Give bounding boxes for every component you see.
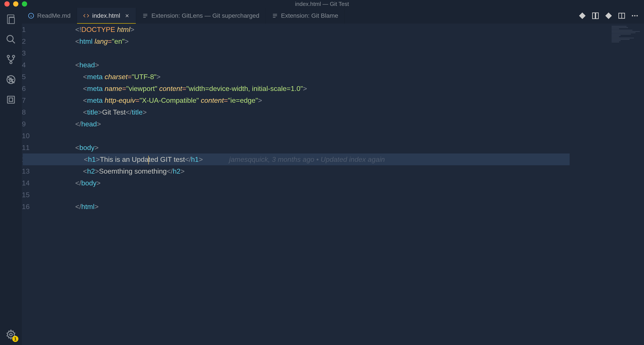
line-number: 6 — [22, 83, 66, 94]
code-line[interactable]: </html> — [75, 201, 609, 213]
line-number: 14 — [22, 177, 66, 189]
tab-label: Extension: GitLens — Git supercharged — [152, 12, 259, 19]
editor-actions — [578, 8, 644, 24]
source-control-icon[interactable] — [5, 53, 17, 66]
line-number: 3 — [22, 47, 66, 59]
svg-point-14 — [634, 15, 636, 16]
line-number: 8 — [22, 106, 66, 118]
code-line[interactable]: <!DOCTYPE html> — [75, 24, 609, 35]
git-blame-annotation: jamesqquick, 3 months ago • Updated inde… — [229, 155, 385, 163]
line-number: 11 — [22, 142, 66, 153]
tab-gitlens[interactable]: Extension: GitLens — Git supercharged — [136, 8, 266, 24]
svg-point-8 — [10, 333, 12, 336]
title-bar: index.html — Git Test — [0, 0, 644, 8]
window-minimize-button[interactable] — [13, 1, 18, 6]
code-line[interactable]: </body> — [75, 177, 609, 189]
activity-bar: 1 — [0, 8, 22, 345]
code-line[interactable]: <meta charset="UTF-8"> — [75, 71, 609, 83]
settings-badge: 1 — [12, 336, 18, 342]
list-icon — [142, 13, 148, 19]
code-line[interactable]: </head> — [75, 118, 609, 130]
tab-label: ReadMe.md — [37, 12, 71, 19]
split-icon[interactable] — [618, 12, 626, 20]
info-icon — [28, 13, 34, 19]
line-number: 2 — [22, 35, 66, 47]
tab-label: Extension: Git Blame — [281, 12, 338, 19]
close-icon[interactable] — [124, 13, 130, 18]
svg-point-13 — [632, 15, 633, 16]
code-icon — [83, 13, 89, 19]
line-number: 4 — [22, 59, 66, 71]
code-content[interactable]: <!DOCTYPE html><html lang="en"><head> <m… — [74, 24, 609, 345]
code-line[interactable] — [75, 189, 609, 201]
explorer-icon[interactable] — [5, 13, 17, 25]
svg-point-2 — [12, 55, 15, 57]
diamond-alt-icon[interactable] — [604, 12, 612, 20]
more-icon[interactable] — [631, 12, 639, 20]
svg-point-3 — [10, 61, 12, 64]
svg-point-0 — [7, 35, 13, 41]
editor-area: ReadMe.md index.html Extension: GitLens … — [22, 8, 644, 345]
code-line[interactable]: <body> — [75, 142, 609, 153]
svg-point-1 — [7, 55, 10, 57]
line-number: 16 — [22, 201, 66, 213]
svg-rect-11 — [596, 13, 598, 19]
tab-git-blame[interactable]: Extension: Git Blame — [266, 8, 344, 24]
svg-rect-10 — [592, 13, 595, 19]
code-line[interactable]: <h2>Soemthing something</h2> — [75, 165, 609, 177]
code-line[interactable]: <title>Git Test</title> — [75, 106, 609, 118]
extensions-icon[interactable] — [5, 94, 17, 106]
tab-readme[interactable]: ReadMe.md — [22, 8, 77, 24]
code-line[interactable] — [75, 130, 609, 142]
diamond-icon[interactable] — [578, 12, 586, 20]
window-controls — [0, 1, 27, 6]
code-line[interactable]: <h1>This is an Updated GIT test</h1>jame… — [23, 153, 570, 165]
svg-point-15 — [636, 15, 638, 16]
line-number: 13 — [22, 165, 66, 177]
minimap[interactable] — [609, 24, 644, 345]
line-number: 15 — [22, 189, 66, 201]
svg-rect-6 — [8, 96, 14, 103]
tab-label: index.html — [92, 12, 120, 19]
settings-icon[interactable]: 1 — [5, 328, 17, 341]
main-layout: 1 ReadMe.md index.html Extension: GitLen… — [0, 8, 644, 345]
line-number: 7 — [22, 94, 66, 106]
code-editor[interactable]: 12345678910111213141516 <!DOCTYPE html><… — [22, 24, 644, 345]
list-icon — [272, 13, 278, 19]
search-icon[interactable] — [5, 33, 17, 45]
code-line[interactable]: <meta name="viewport" content="width=dev… — [75, 83, 609, 94]
line-number: 5 — [22, 71, 66, 83]
window-close-button[interactable] — [4, 1, 10, 6]
code-line[interactable] — [75, 47, 609, 59]
line-number: 1 — [22, 24, 66, 35]
window-title: index.html — Git Test — [295, 1, 349, 7]
debug-icon[interactable] — [5, 73, 17, 86]
code-line[interactable]: <meta http-equiv="X-UA-Compatible" conte… — [75, 94, 609, 106]
line-number: 9 — [22, 118, 66, 130]
compare-icon[interactable] — [592, 12, 600, 20]
window-maximize-button[interactable] — [22, 1, 27, 6]
tab-bar: ReadMe.md index.html Extension: GitLens … — [22, 8, 644, 24]
code-line[interactable]: <html lang="en"> — [75, 35, 609, 47]
tab-index-html[interactable]: index.html — [77, 8, 136, 24]
line-number: 10 — [22, 130, 66, 142]
line-number-gutter: 12345678910111213141516 — [22, 24, 74, 345]
code-line[interactable]: <head> — [75, 59, 609, 71]
svg-rect-7 — [9, 98, 13, 101]
